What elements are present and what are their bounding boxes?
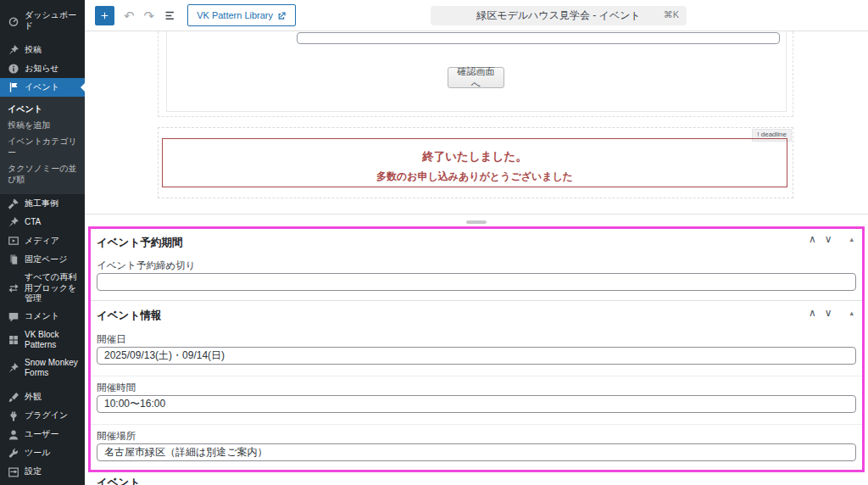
admin-sidebar: ダッシュボード 投稿 お知らせ イベント イベント 投稿を追加 イベントカテゴリ… bbox=[0, 0, 85, 485]
document-title: 緑区モデルハウス見学会 - イベント bbox=[476, 8, 640, 23]
sidebar-item-users[interactable]: ユーザー bbox=[0, 426, 85, 444]
sidebar-item-label: お知らせ bbox=[25, 64, 59, 75]
sidebar-item-appearance[interactable]: 外観 bbox=[0, 388, 85, 407]
sidebar-item-settings[interactable]: 設定 bbox=[0, 463, 85, 482]
sidebar-item-posts[interactable]: 投稿 bbox=[0, 41, 85, 59]
sidebar-separator bbox=[0, 35, 85, 41]
editor-content: ↶ ↷ VK Pattern Library 緑区モデルハウス見学会 - イベン… bbox=[85, 0, 868, 485]
move-down-icon[interactable]: ∨ bbox=[821, 234, 837, 244]
sidebar-item-label: CTA bbox=[25, 217, 41, 228]
sidebar-item-works[interactable]: 施工事例 bbox=[0, 194, 85, 213]
info-icon bbox=[8, 63, 19, 75]
field-divider bbox=[91, 376, 862, 376]
pin-icon bbox=[8, 216, 19, 228]
events-submenu: イベント 投稿を追加 イベントカテゴリー タクソノミーの並び順 bbox=[0, 97, 85, 194]
flag-icon bbox=[8, 81, 19, 93]
submenu-item-add-post[interactable]: 投稿を追加 bbox=[0, 117, 85, 133]
move-up-icon[interactable]: ∧ bbox=[804, 234, 821, 244]
sidebar-item-plugins[interactable]: プラグイン bbox=[0, 407, 85, 426]
submenu-item-event-category[interactable]: イベントカテゴリー bbox=[0, 133, 85, 160]
field-input-date[interactable] bbox=[97, 347, 856, 365]
sidebar-item-cta[interactable]: CTA bbox=[0, 213, 85, 231]
plus-icon bbox=[100, 10, 109, 21]
sidebar-item-pages[interactable]: 固定ページ bbox=[0, 250, 85, 269]
metabox-area-highlight: イベント予約期間 ∧ ∨ ▴ イベント予約締め切り イベント情報 ∧ ∨ ▴ 開… bbox=[88, 226, 865, 472]
sidebar-item-reusable-blocks[interactable]: すべての再利用ブロックを管理 bbox=[0, 269, 85, 308]
sidebar-item-label: イベント bbox=[25, 82, 59, 93]
field-input-time[interactable] bbox=[97, 395, 856, 413]
undo-button[interactable]: ↶ bbox=[124, 9, 135, 22]
grid-icon bbox=[8, 334, 19, 346]
sidebar-item-label: 施工事例 bbox=[25, 198, 58, 209]
sidebar-item-label: すべての再利用ブロックを管理 bbox=[25, 272, 82, 304]
pin-icon bbox=[8, 362, 19, 374]
submenu-item-taxonomy-order[interactable]: タクソノミーの並び順 bbox=[0, 160, 85, 187]
sidebar-item-label: 設定 bbox=[25, 466, 42, 477]
sidebar-separator bbox=[0, 382, 85, 388]
deadline-block[interactable]: ! deadline 終了いたしました。 多数のお申し込みありがとうございました bbox=[158, 127, 793, 198]
sidebar-item-news[interactable]: お知らせ bbox=[0, 59, 85, 78]
sidebar-item-label: ダッシュボード bbox=[25, 10, 82, 31]
metabox-title-event: イベント bbox=[97, 476, 140, 485]
field-input-deadline[interactable] bbox=[97, 273, 856, 291]
sidebar-item-label: Snow Monkey Forms bbox=[25, 358, 82, 379]
sidebar-item-comments[interactable]: コメント bbox=[0, 308, 85, 326]
field-divider bbox=[91, 424, 862, 425]
metabox-divider bbox=[91, 300, 862, 301]
editor-topbar: ↶ ↷ VK Pattern Library 緑区モデルハウス見学会 - イベン… bbox=[85, 0, 868, 31]
sidebar-item-events[interactable]: イベント bbox=[0, 78, 85, 97]
sidebar-item-label: メディア bbox=[25, 236, 59, 247]
metabox-controls: ∧ ∨ ▴ bbox=[804, 234, 854, 244]
redo-button[interactable]: ↷ bbox=[144, 9, 155, 22]
toggle-panel-icon[interactable]: ▴ bbox=[849, 235, 854, 243]
metabox-title-reservation: イベント予約期間 bbox=[97, 236, 182, 250]
brush-icon bbox=[8, 392, 19, 404]
field-input-place[interactable] bbox=[97, 443, 856, 461]
sidebar-item-label: VK Block Patterns bbox=[25, 330, 82, 351]
field-label-time: 開催時間 bbox=[97, 382, 136, 394]
comment-icon bbox=[8, 311, 19, 323]
closed-notice-box: 終了いたしました。 多数のお申し込みありがとうございました bbox=[162, 138, 787, 187]
vk-pattern-library-label: VK Pattern Library bbox=[197, 10, 273, 20]
move-down-icon[interactable]: ∨ bbox=[821, 308, 837, 318]
field-label-date: 開催日 bbox=[97, 333, 126, 346]
submenu-item-events[interactable]: イベント bbox=[0, 101, 85, 117]
sidebar-item-label: 固定ページ bbox=[25, 254, 67, 265]
metabox-resize-handle[interactable] bbox=[466, 220, 487, 224]
sidebar-item-tools[interactable]: ツール bbox=[0, 444, 85, 463]
sidebar-item-snow-monkey-forms[interactable]: Snow Monkey Forms bbox=[0, 354, 85, 382]
media-icon bbox=[8, 235, 19, 247]
sidebar-item-label: ユーザー bbox=[25, 429, 58, 440]
plugin-icon bbox=[8, 410, 19, 422]
settings-icon bbox=[8, 466, 19, 478]
add-block-button[interactable] bbox=[95, 6, 114, 25]
sidebar-item-label: コメント bbox=[25, 311, 59, 322]
form-text-input[interactable] bbox=[297, 32, 780, 44]
sidebar-item-vk-block-patterns[interactable]: VK Block Patterns bbox=[0, 326, 85, 354]
sidebar-item-label: ツール bbox=[25, 448, 50, 459]
user-icon bbox=[8, 429, 19, 441]
dashboard-icon bbox=[8, 15, 19, 27]
metabox-controls: ∧ ∨ ▴ bbox=[804, 308, 854, 318]
confirm-screen-button[interactable]: 確認画面へ bbox=[448, 67, 504, 88]
vk-pattern-library-button[interactable]: VK Pattern Library bbox=[187, 4, 296, 26]
closed-notice-line2: 多数のお申し込みありがとうございました bbox=[163, 170, 787, 184]
hammer-icon bbox=[8, 198, 19, 209]
sidebar-item-wp-db-cleaner[interactable]: WP DB Cleaner bbox=[0, 482, 85, 485]
pin-icon bbox=[8, 44, 19, 56]
toggle-panel-icon[interactable]: ▴ bbox=[849, 309, 854, 317]
field-label-place: 開催場所 bbox=[97, 430, 136, 443]
move-up-icon[interactable]: ∧ bbox=[804, 308, 821, 318]
list-view-icon[interactable] bbox=[164, 8, 178, 23]
document-title-bar[interactable]: 緑区モデルハウス見学会 - イベント ⌘K bbox=[431, 6, 687, 25]
pages-icon bbox=[8, 254, 19, 265]
field-label-deadline: イベント予約締め切り bbox=[97, 259, 196, 272]
sidebar-item-label: プラグイン bbox=[25, 410, 68, 421]
sidebar-item-dashboard[interactable]: ダッシュボード bbox=[0, 7, 85, 35]
sidebar-item-media[interactable]: メディア bbox=[0, 231, 85, 250]
sidebar-item-label: 外観 bbox=[25, 392, 42, 403]
external-link-icon bbox=[277, 11, 287, 20]
repeat-icon bbox=[8, 282, 19, 294]
closed-notice-line1: 終了いたしました。 bbox=[163, 149, 787, 164]
metabox-title-event-info: イベント情報 bbox=[97, 309, 161, 323]
